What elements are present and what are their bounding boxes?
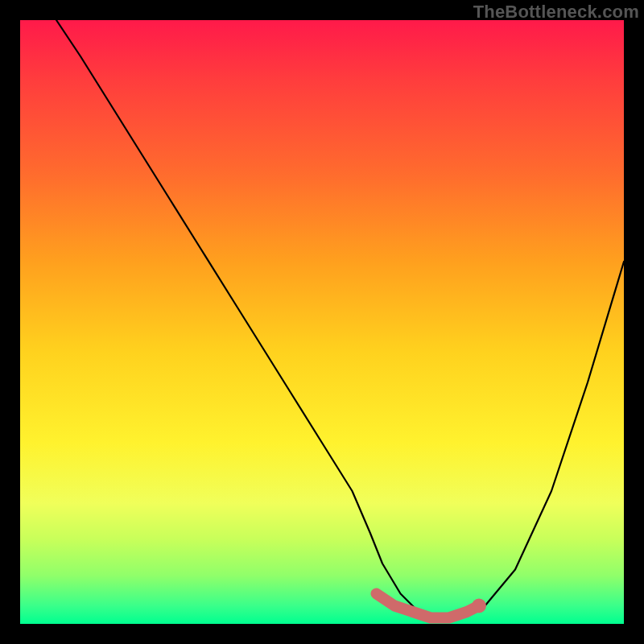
chart-plot-area <box>20 20 624 624</box>
bottleneck-curve <box>56 20 624 618</box>
chart-svg-layer <box>20 20 624 624</box>
optimal-band <box>377 594 480 618</box>
optimal-point-dot <box>472 599 486 613</box>
